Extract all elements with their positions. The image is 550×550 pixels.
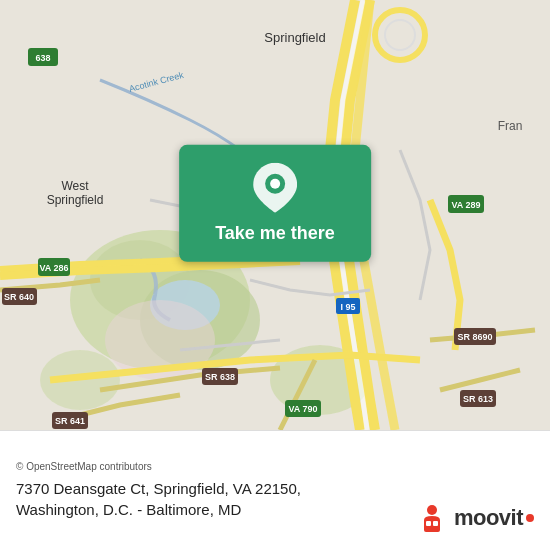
location-pin-icon <box>253 163 297 213</box>
svg-text:SR 641: SR 641 <box>55 416 85 426</box>
osm-attribution: © OpenStreetMap contributors <box>16 461 534 472</box>
footer: © OpenStreetMap contributors 7370 Deansg… <box>0 430 550 550</box>
svg-text:SR 638: SR 638 <box>205 372 235 382</box>
svg-text:Springfield: Springfield <box>264 30 325 45</box>
attribution-text: © OpenStreetMap contributors <box>16 461 152 472</box>
svg-text:SR 613: SR 613 <box>463 394 493 404</box>
address-line1: 7370 Deansgate Ct, Springfield, VA 22150… <box>16 480 301 497</box>
svg-text:VA 790: VA 790 <box>288 404 317 414</box>
svg-point-39 <box>427 505 437 515</box>
svg-text:638: 638 <box>35 53 50 63</box>
address-line2: Washington, D.C. - Baltimore, MD <box>16 501 241 518</box>
svg-text:VA 289: VA 289 <box>451 200 480 210</box>
svg-text:VA 286: VA 286 <box>39 263 68 273</box>
take-me-there-button[interactable]: Take me there <box>179 145 371 262</box>
svg-text:Fran: Fran <box>498 119 523 133</box>
svg-point-38 <box>270 179 280 189</box>
svg-text:SR 8690: SR 8690 <box>457 332 492 342</box>
moovit-brand-name: moovit <box>454 505 523 531</box>
svg-text:SR 640: SR 640 <box>4 292 34 302</box>
moovit-dot <box>526 514 534 522</box>
svg-text:West: West <box>61 179 89 193</box>
moovit-logo: moovit <box>416 502 534 534</box>
svg-text:Springfield: Springfield <box>47 193 104 207</box>
cta-overlay: Take me there <box>179 145 371 262</box>
svg-rect-41 <box>433 521 438 526</box>
cta-button-label: Take me there <box>215 223 335 244</box>
map-container: 638 VA 286 I 95 I 95 VA 289 SR 640 SR 63… <box>0 0 550 430</box>
svg-point-9 <box>385 20 415 50</box>
svg-text:I 95: I 95 <box>340 302 355 312</box>
svg-rect-40 <box>426 521 431 526</box>
moovit-icon <box>416 502 448 534</box>
